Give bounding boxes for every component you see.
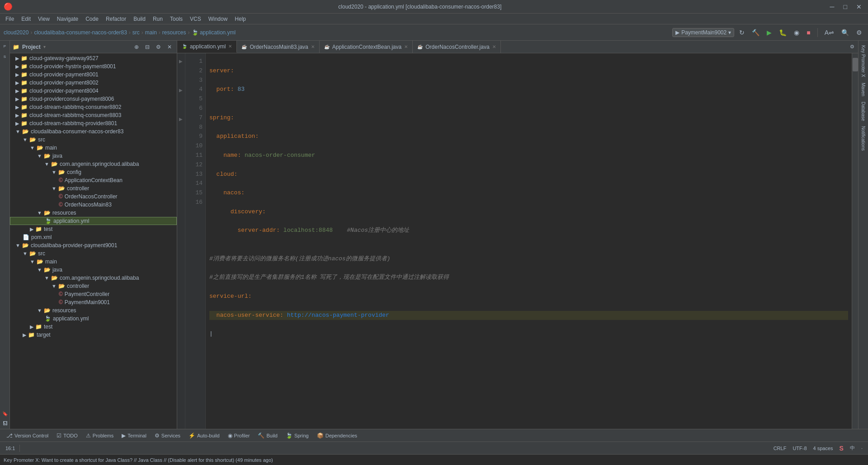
- tree-item-controller-folder[interactable]: ▼ 📂 controller: [10, 184, 177, 193]
- tree-item-ordernacos-controller[interactable]: © OrderNacosController: [10, 193, 177, 201]
- tree-item-consul8006[interactable]: ▶ 📁 cloud-providerconsul-payment8006: [10, 95, 177, 103]
- project-panel-toggle[interactable]: P: [3, 42, 7, 50]
- fold-arrow-7[interactable]: ▶: [179, 117, 183, 122]
- stop-button[interactable]: ■: [804, 28, 812, 38]
- menu-item-code[interactable]: Code: [82, 15, 102, 23]
- lang-switch[interactable]: 中: [848, 444, 857, 452]
- editor-scrollbar[interactable]: [852, 53, 858, 429]
- debug-button[interactable]: 🐛: [777, 28, 789, 38]
- translate-button[interactable]: A⇌: [822, 28, 836, 38]
- problems-tab[interactable]: ⚠ Problems: [82, 432, 117, 440]
- scrollbar-thumb[interactable]: [853, 58, 858, 71]
- tree-item-pkg2[interactable]: ▼ 📂 com.angenin.springcloud.alibaba: [10, 274, 177, 282]
- key-promoter-x-panel[interactable]: Key Promoter X: [860, 42, 867, 80]
- tab-close-button[interactable]: ✕: [311, 44, 315, 49]
- spring-tab[interactable]: 🍃 Spring: [282, 432, 312, 440]
- tree-item-pom[interactable]: 📄 pom.xml: [10, 233, 177, 241]
- tree-item-target[interactable]: ▶ 📁 target: [10, 331, 177, 339]
- run-button[interactable]: ▶: [764, 28, 774, 38]
- fold-arrow-4[interactable]: ▶: [179, 88, 183, 93]
- run-config-dropdown[interactable]: ▶ PaymentMain9002 ▾: [672, 28, 734, 37]
- coverage-button[interactable]: ◉: [792, 28, 802, 38]
- tree-item-payment9001[interactable]: ▼ 📂 cloudalibaba-provider-payment9001: [10, 241, 177, 249]
- tab-ordernacos-controller[interactable]: ☕ OrderNacosController.java ✕: [413, 41, 500, 53]
- tree-item-rabbitmq8801[interactable]: ▶ 📁 cloud-stream-rabbitmq-provider8801: [10, 119, 177, 127]
- notifications-panel[interactable]: Notifications: [860, 123, 867, 153]
- menu-item-help[interactable]: Help: [231, 15, 250, 23]
- maven-panel[interactable]: Maven: [860, 80, 867, 99]
- editor-settings-button[interactable]: ⚙: [850, 44, 854, 50]
- code-content[interactable]: server: port: 83 spring: application: na…: [206, 53, 852, 429]
- tree-item-payment-controller[interactable]: © PaymentController: [10, 290, 177, 298]
- maximize-button[interactable]: □: [841, 2, 850, 11]
- breadcrumb-file[interactable]: 🍃 application.yml: [192, 29, 236, 36]
- breadcrumb-src[interactable]: src: [132, 29, 140, 36]
- build-button[interactable]: 🔨: [750, 28, 762, 38]
- status-position[interactable]: 16:1: [4, 445, 17, 452]
- settings-button[interactable]: ⚙: [854, 28, 864, 38]
- services-tab[interactable]: ⚙ Services: [151, 432, 184, 440]
- collapse-all-button[interactable]: ⊟: [143, 42, 152, 52]
- bookmarks-icon[interactable]: 🔖: [1, 409, 8, 418]
- tree-settings-button[interactable]: ⚙: [154, 42, 163, 52]
- tree-item-src2[interactable]: ▼ 📂 src: [10, 249, 177, 258]
- tab-close-button[interactable]: ✕: [492, 44, 496, 49]
- tree-item-payment8002[interactable]: ▶ 📁 cloud-provider-payment8002: [10, 79, 177, 87]
- status-crlf[interactable]: CRLF: [772, 445, 788, 452]
- status-indent[interactable]: 4 spaces: [811, 445, 835, 452]
- fold-arrow-1[interactable]: ▶: [179, 59, 183, 64]
- breadcrumb-cloud2020[interactable]: cloud2020: [4, 29, 28, 36]
- refresh-button[interactable]: ↻: [737, 28, 747, 38]
- tree-item-java[interactable]: ▼ 📂 java: [10, 152, 177, 160]
- search-button[interactable]: 🔍: [839, 28, 851, 38]
- tree-item-test2[interactable]: ▶ 📁 test: [10, 323, 177, 331]
- tree-item-controller2[interactable]: ▼ 📂 controller: [10, 282, 177, 290]
- structure-panel-toggle[interactable]: S: [3, 53, 7, 61]
- tab-close-button[interactable]: ✕: [404, 44, 408, 49]
- tree-item-test[interactable]: ▶ 📁 test: [10, 225, 177, 233]
- tree-item-ordernacos-main[interactable]: © OrderNacosMain83: [10, 201, 177, 209]
- terminal-tab[interactable]: ▶ Terminal: [118, 432, 150, 440]
- breadcrumb-module[interactable]: cloudalibaba-consumer-nacos-order83: [34, 29, 127, 36]
- breadcrumb-resources[interactable]: resources: [162, 29, 186, 36]
- database-panel[interactable]: Database: [860, 99, 867, 124]
- menu-item-build[interactable]: Build: [130, 15, 149, 23]
- tree-item-rabbitmq8803[interactable]: ▶ 📁 cloud-stream-rabbitmq-consumer8803: [10, 111, 177, 119]
- auto-build-tab[interactable]: ⚡ Auto-build: [185, 432, 223, 440]
- version-control-tab[interactable]: ⎇ Version Control: [3, 432, 52, 440]
- tree-item-nacos-order83[interactable]: ▼ 📂 cloudalibaba-consumer-nacos-order83: [10, 127, 177, 136]
- todo-tab[interactable]: ☑ TODO: [53, 432, 81, 440]
- tab-ordernacos-main[interactable]: ☕ OrderNacosMain83.java ✕: [237, 41, 319, 53]
- tree-item-resources2[interactable]: ▼ 📂 resources: [10, 306, 177, 315]
- profiler-tab[interactable]: ◉ Profiler: [224, 432, 254, 440]
- minimize-button[interactable]: ─: [827, 2, 837, 11]
- menu-item-file[interactable]: File: [2, 15, 18, 23]
- tree-item-rabbitmq8802[interactable]: ▶ 📁 cloud-stream-rabbitmq-consumer8802: [10, 103, 177, 111]
- structure-bottom-icon[interactable]: ⛾: [1, 419, 9, 427]
- menu-item-edit[interactable]: Edit: [18, 15, 34, 23]
- tree-item-java2[interactable]: ▼ 📂 java: [10, 266, 177, 274]
- tree-item-cloud-gateway[interactable]: ▶ 📁 cloud-gateway-gateway9527: [10, 54, 177, 62]
- tree-item-main2[interactable]: ▼ 📂 main: [10, 258, 177, 266]
- breadcrumb-main[interactable]: main: [145, 29, 157, 36]
- tree-item-hystrix[interactable]: ▶ 📁 cloud-provider-hystrix-payment8001: [10, 62, 177, 70]
- tab-application-yml[interactable]: 🍃 application.yml ✕: [177, 41, 237, 53]
- tree-item-payment8001[interactable]: ▶ 📁 cloud-provider-payment8001: [10, 70, 177, 79]
- tree-item-pkg[interactable]: ▼ 📂 com.angenin.springcloud.alibaba: [10, 160, 177, 168]
- tree-item-src[interactable]: ▼ 📂 src: [10, 136, 177, 144]
- tree-item-application-yml[interactable]: 🍃 application.yml: [10, 217, 177, 225]
- tree-item-main[interactable]: ▼ 📂 main: [10, 144, 177, 152]
- menu-item-navigate[interactable]: Navigate: [53, 15, 82, 23]
- input-mode[interactable]: ·: [859, 445, 864, 452]
- close-button[interactable]: ✕: [854, 2, 864, 11]
- tree-item-config-folder[interactable]: ▼ 📂 config: [10, 168, 177, 176]
- menu-item-tools[interactable]: Tools: [166, 15, 186, 23]
- tree-hide-button[interactable]: ✕: [165, 42, 174, 52]
- tab-close-button[interactable]: ✕: [228, 44, 232, 49]
- tree-item-applicationcontextbean[interactable]: © ApplicationContextBean: [10, 176, 177, 184]
- locate-file-button[interactable]: ⊕: [132, 42, 141, 52]
- menu-item-run[interactable]: Run: [149, 15, 166, 23]
- menu-item-refactor[interactable]: Refactor: [102, 15, 130, 23]
- menu-item-window[interactable]: Window: [205, 15, 231, 23]
- tree-item-payment8004[interactable]: ▶ 📁 cloud-provider-payment8004: [10, 87, 177, 95]
